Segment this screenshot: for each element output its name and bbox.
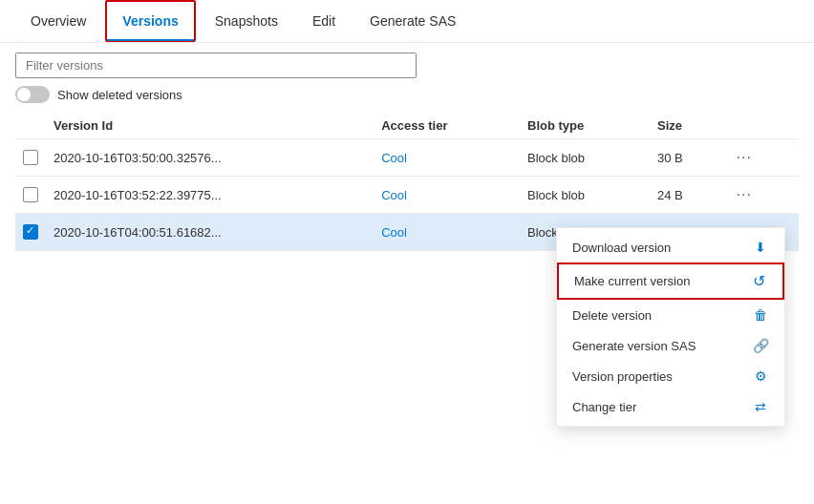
toggle-row: Show deleted versions — [15, 86, 799, 103]
menu-make-current-label: Make current version — [574, 274, 742, 288]
change-tier-icon: ⇄ — [752, 399, 769, 414]
row-1-actions: ··· — [723, 177, 799, 214]
row-0-ellipsis-button[interactable]: ··· — [731, 147, 758, 168]
row-0-blob-type: Block blob — [520, 139, 650, 177]
row-0-access-tier: Cool — [374, 139, 520, 177]
row-2-access-tier: Cool — [374, 214, 520, 251]
context-menu: Download version ⬇ Make current version … — [556, 227, 785, 427]
row-0-checkbox[interactable] — [23, 150, 38, 165]
menu-item-change-tier[interactable]: Change tier ⇄ — [557, 391, 784, 422]
row-2-version-id: 2020-10-16T04:00:51.61682... — [46, 214, 374, 251]
table-header-row: Version Id Access tier Blob type Size — [15, 113, 799, 139]
menu-item-download[interactable]: Download version ⬇ — [557, 232, 784, 262]
table-row: 2020-10-16T03:50:00.32576... Cool Block … — [15, 139, 799, 177]
tab-bar: Overview Versions Snapshots Edit Generat… — [0, 0, 814, 43]
row-0-checkbox-cell — [15, 139, 46, 177]
versions-table-container: Version Id Access tier Blob type Size 20… — [0, 113, 814, 251]
row-0-version-id: 2020-10-16T03:50:00.32576... — [46, 139, 374, 177]
menu-delete-label: Delete version — [572, 308, 744, 323]
col-size: Size — [650, 113, 723, 139]
col-version-id: Version Id — [46, 113, 374, 139]
menu-item-properties[interactable]: Version properties ⚙ — [557, 361, 784, 391]
col-actions — [723, 113, 799, 139]
row-2-checkbox-cell — [15, 214, 46, 251]
row-0-actions: ··· — [723, 139, 799, 177]
row-1-size: 24 B — [650, 177, 723, 214]
menu-item-make-current[interactable]: Make current version ↺ — [557, 262, 784, 300]
row-1-version-id: 2020-10-16T03:52:22.39775... — [46, 177, 374, 214]
menu-item-delete[interactable]: Delete version 🗑 — [557, 300, 784, 330]
row-1-access-tier: Cool — [374, 177, 520, 214]
row-2-checkbox[interactable] — [23, 224, 38, 240]
tab-versions[interactable]: Versions — [107, 2, 193, 40]
col-access-tier: Access tier — [374, 113, 520, 139]
menu-generate-sas-label: Generate version SAS — [572, 339, 744, 353]
make-current-icon: ↺ — [750, 272, 767, 290]
properties-icon: ⚙ — [752, 368, 769, 384]
filter-versions-input[interactable] — [15, 52, 417, 78]
show-deleted-label: Show deleted versions — [57, 88, 182, 102]
generate-sas-icon: 🔗 — [752, 338, 769, 353]
download-icon: ⬇ — [752, 240, 769, 255]
delete-icon: 🗑 — [752, 307, 769, 323]
row-1-checkbox-cell — [15, 177, 46, 214]
tab-generate-sas[interactable]: Generate SAS — [354, 2, 471, 40]
col-checkbox — [15, 113, 46, 139]
tab-overview[interactable]: Overview — [15, 2, 101, 40]
table-row: 2020-10-16T03:52:22.39775... Cool Block … — [15, 177, 799, 214]
row-1-blob-type: Block blob — [520, 177, 650, 214]
row-1-ellipsis-button[interactable]: ··· — [731, 184, 758, 205]
menu-item-generate-sas[interactable]: Generate version SAS 🔗 — [557, 330, 784, 361]
menu-change-tier-label: Change tier — [572, 400, 744, 414]
row-1-checkbox[interactable] — [23, 187, 38, 202]
show-deleted-toggle[interactable] — [15, 86, 50, 103]
tab-snapshots[interactable]: Snapshots — [200, 2, 293, 40]
menu-properties-label: Version properties — [572, 369, 744, 384]
tab-edit[interactable]: Edit — [297, 2, 351, 40]
toolbar: Show deleted versions — [0, 43, 814, 113]
col-blob-type: Blob type — [520, 113, 650, 139]
row-0-size: 30 B — [650, 139, 723, 177]
menu-download-label: Download version — [572, 241, 744, 255]
